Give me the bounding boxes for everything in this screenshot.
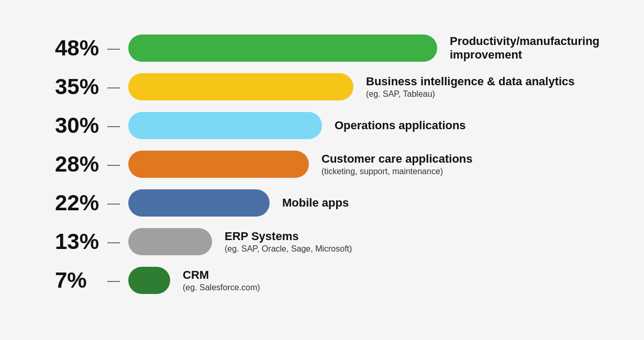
bar-label-main-erp: ERP Systems bbox=[225, 230, 589, 243]
bar-label-operations: Operations applications bbox=[335, 119, 589, 132]
bar-label-main-operations: Operations applications bbox=[335, 119, 589, 132]
bar-label-productivity: Productivity/manufacturing improvement bbox=[450, 35, 599, 62]
bar-productivity bbox=[128, 35, 437, 62]
bar-row-business-intelligence: 35%—Business intelligence & data analyti… bbox=[55, 73, 589, 100]
bar-wrapper-crm: CRM(eg. Salesforce.com) bbox=[128, 267, 589, 294]
percent-label-erp: 13% bbox=[55, 229, 107, 254]
bar-wrapper-business-intelligence: Business intelligence & data analytics(e… bbox=[128, 73, 589, 100]
bar-label-customer-care: Customer care applications(ticketing, su… bbox=[321, 152, 589, 176]
dash-mobile-apps: — bbox=[107, 196, 120, 210]
dash-operations: — bbox=[107, 118, 120, 133]
bar-label-main-crm: CRM bbox=[183, 268, 589, 282]
bar-label-sub-erp: (eg. SAP, Oracle, Sage, Microsoft) bbox=[225, 244, 589, 254]
bar-business-intelligence bbox=[128, 73, 353, 100]
bar-wrapper-mobile-apps: Mobile apps bbox=[128, 189, 589, 217]
bar-operations bbox=[128, 112, 322, 139]
bar-row-operations: 30%—Operations applications bbox=[55, 112, 589, 139]
percent-label-business-intelligence: 35% bbox=[55, 74, 107, 99]
bar-label-main-business-intelligence: Business intelligence & data analytics bbox=[366, 75, 589, 88]
percent-label-crm: 7% bbox=[55, 268, 107, 293]
bar-row-erp: 13%—ERP Systems(eg. SAP, Oracle, Sage, M… bbox=[55, 228, 589, 255]
percent-label-mobile-apps: 22% bbox=[55, 190, 107, 216]
bar-customer-care bbox=[128, 151, 309, 178]
percent-label-operations: 30% bbox=[55, 113, 107, 138]
dash-business-intelligence: — bbox=[107, 80, 120, 94]
bar-wrapper-productivity: Productivity/manufacturing improvement bbox=[128, 35, 599, 62]
bar-row-mobile-apps: 22%—Mobile apps bbox=[55, 189, 589, 217]
bar-label-sub-crm: (eg. Salesforce.com) bbox=[183, 283, 589, 292]
bar-label-mobile-apps: Mobile apps bbox=[282, 196, 589, 210]
bar-label-main-productivity: Productivity/manufacturing improvement bbox=[450, 35, 599, 62]
bar-wrapper-operations: Operations applications bbox=[128, 112, 589, 139]
bar-wrapper-customer-care: Customer care applications(ticketing, su… bbox=[128, 151, 589, 178]
bar-row-crm: 7%—CRM(eg. Salesforce.com) bbox=[55, 267, 589, 294]
bar-label-main-mobile-apps: Mobile apps bbox=[282, 196, 589, 210]
bar-erp bbox=[128, 228, 212, 255]
bar-label-crm: CRM(eg. Salesforce.com) bbox=[183, 268, 589, 292]
dash-crm: — bbox=[107, 273, 120, 288]
chart-container: 48%—Productivity/manufacturing improveme… bbox=[34, 24, 610, 316]
bar-crm bbox=[128, 267, 170, 294]
bar-label-erp: ERP Systems(eg. SAP, Oracle, Sage, Micro… bbox=[225, 230, 589, 254]
bar-row-customer-care: 28%—Customer care applications(ticketing… bbox=[55, 151, 589, 178]
bar-mobile-apps bbox=[128, 189, 270, 217]
percent-label-productivity: 48% bbox=[55, 36, 107, 61]
bar-row-productivity: 48%—Productivity/manufacturing improveme… bbox=[55, 35, 589, 62]
bar-label-sub-business-intelligence: (eg. SAP, Tableau) bbox=[366, 89, 589, 99]
bar-label-main-customer-care: Customer care applications bbox=[321, 152, 589, 166]
bar-label-business-intelligence: Business intelligence & data analytics(e… bbox=[366, 75, 589, 99]
dash-erp: — bbox=[107, 234, 120, 249]
dash-customer-care: — bbox=[107, 157, 120, 172]
bar-label-sub-customer-care: (ticketing, support, maintenance) bbox=[321, 167, 589, 176]
dash-productivity: — bbox=[107, 41, 120, 55]
percent-label-customer-care: 28% bbox=[55, 152, 107, 177]
bar-wrapper-erp: ERP Systems(eg. SAP, Oracle, Sage, Micro… bbox=[128, 228, 589, 255]
